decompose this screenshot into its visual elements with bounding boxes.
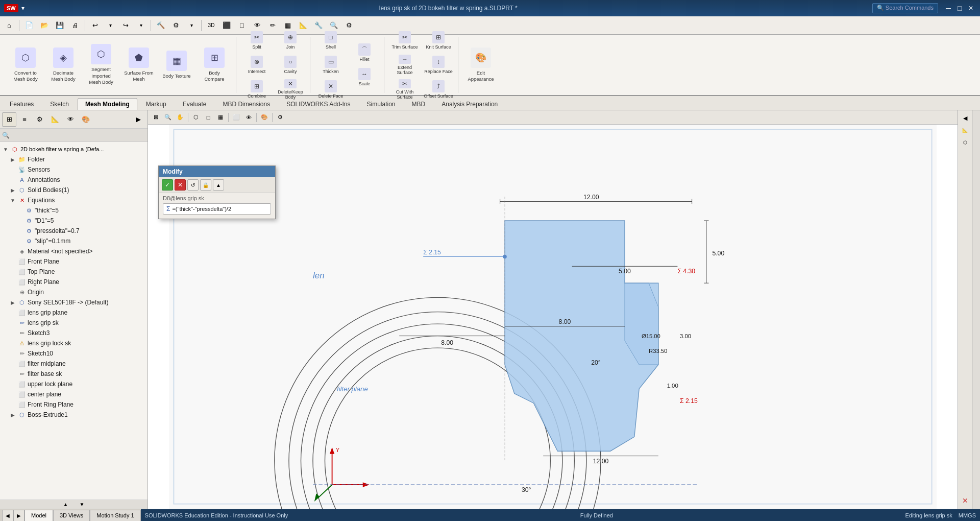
section-view-button[interactable]: ▦ bbox=[215, 112, 226, 123]
replace-face-button[interactable]: ↕ Replace Face bbox=[422, 53, 455, 77]
undo-arrow[interactable]: ▾ bbox=[103, 18, 117, 33]
section-button[interactable]: ⬛ bbox=[219, 18, 234, 33]
tree-top-plane-item[interactable]: ⬜ Top Plane bbox=[7, 267, 148, 277]
tab-markup[interactable]: Markup bbox=[138, 98, 174, 110]
tab-sketch[interactable]: Sketch bbox=[42, 98, 77, 110]
home-button[interactable]: ⌂ bbox=[2, 18, 16, 33]
surface-from-mesh-button[interactable]: ⬟ Surface From Mesh bbox=[120, 39, 157, 90]
search-box[interactable]: 🔍 Search Commands bbox=[872, 3, 938, 13]
tree-right-plane-item[interactable]: ⬜ Right Plane bbox=[7, 277, 148, 287]
tree-folder-item[interactable]: ▶ 📁 Folder bbox=[7, 154, 148, 164]
right-close-icon[interactable]: ✕ bbox=[962, 496, 968, 505]
config-mgr-button[interactable]: ⚙ bbox=[33, 112, 47, 127]
tree-solid-bodies-item[interactable]: ▶ ⬡ Solid Bodies(1) bbox=[7, 185, 148, 195]
open-button[interactable]: 📂 bbox=[37, 18, 52, 33]
dim-xpert-button[interactable]: 📐 bbox=[48, 112, 62, 127]
join-button[interactable]: ⊕ Join bbox=[274, 29, 307, 52]
tab-features[interactable]: Features bbox=[2, 98, 41, 110]
view3d-button[interactable]: 3D bbox=[204, 18, 218, 33]
tree-equations-item[interactable]: ▼ ✕ Equations bbox=[7, 195, 148, 205]
close-button[interactable]: ✕ bbox=[966, 3, 976, 13]
tree-eq-d1-item[interactable]: ⚙ "D1"=5 bbox=[14, 216, 148, 226]
tree-sketch10-item[interactable]: ✏ Sketch10 bbox=[7, 348, 148, 359]
options-arrow[interactable]: ▾ bbox=[184, 18, 199, 33]
body-compare-button[interactable]: ⊞ Body Compare bbox=[196, 39, 233, 90]
tree-eq-slip-item[interactable]: ⚙ "slip"=0.1mm bbox=[14, 236, 148, 246]
tree-material-item[interactable]: ◈ Material <not specified> bbox=[7, 246, 148, 256]
tree-front-plane-item[interactable]: ⬜ Front Plane bbox=[7, 256, 148, 267]
view-orient-button[interactable]: □ bbox=[203, 112, 214, 123]
minimize-button[interactable]: ─ bbox=[943, 3, 953, 13]
menu-arrow[interactable]: ▾ bbox=[21, 5, 24, 12]
tree-eq-thick-item[interactable]: ⚙ "thick"=5 bbox=[14, 205, 148, 216]
tree-lens-grip-plane-item[interactable]: ⬜ lens grip plane bbox=[7, 307, 148, 318]
new-button[interactable]: 📄 bbox=[22, 18, 36, 33]
display-style-button[interactable]: ⬜ bbox=[231, 112, 242, 123]
main-canvas[interactable]: ⊠ 🔍 ✋ ⬡ □ ▦ ⬜ 👁 🎨 ⚙ bbox=[148, 110, 958, 509]
shell-button[interactable]: □ Shell bbox=[314, 29, 347, 52]
undo-button[interactable]: ↩ bbox=[88, 18, 102, 33]
right-expand-button[interactable]: ◀ bbox=[960, 112, 971, 124]
options-button[interactable]: ⚙ bbox=[169, 18, 183, 33]
tab-evaluate[interactable]: Evaluate bbox=[175, 98, 214, 110]
right-orient-button[interactable]: ⬡ bbox=[960, 137, 971, 148]
zoom-fit-button[interactable]: ⊠ bbox=[150, 112, 161, 123]
tab-mesh-modeling[interactable]: Mesh Modeling bbox=[78, 98, 137, 110]
tab-simulation[interactable]: Simulation bbox=[359, 98, 403, 110]
hide-all-button[interactable]: 👁 bbox=[243, 112, 254, 123]
modify-lock-button[interactable]: 🔒 bbox=[200, 179, 211, 191]
feature-tree[interactable]: ▼ ⬡ 2D bokeh filter w spring a (Defa... … bbox=[0, 142, 148, 500]
pan-button[interactable]: ✋ bbox=[175, 112, 186, 123]
tree-sketch3-item[interactable]: ✏ Sketch3 bbox=[7, 328, 148, 338]
segment-mesh-button[interactable]: ⬡ Segment Imported Mesh Body bbox=[83, 39, 119, 90]
panel-up-button[interactable]: ▲ bbox=[59, 498, 73, 509]
thicken-button[interactable]: ▭ Thicken bbox=[314, 53, 347, 77]
tree-lens-grip-lock-item[interactable]: ⚠ lens grip lock sk bbox=[7, 338, 148, 348]
views-tab[interactable]: 3D Views bbox=[53, 510, 90, 521]
motion-study-tab[interactable]: Motion Study 1 bbox=[90, 510, 140, 521]
tree-lens-grip-sk-item[interactable]: ✏ lens grip sk bbox=[7, 318, 148, 328]
cavity-button[interactable]: ○ Cavity bbox=[274, 53, 307, 77]
tree-origin-item[interactable]: ⊕ Origin bbox=[7, 287, 148, 297]
tree-sony-item[interactable]: ▶ ⬡ Sony SEL50F18F -> (Default) bbox=[7, 297, 148, 307]
model-tab[interactable]: Model bbox=[24, 510, 53, 521]
convert-to-mesh-button[interactable]: ⬡ Convert to Mesh Body bbox=[7, 39, 44, 90]
modify-more-button[interactable]: ▲ bbox=[213, 179, 224, 191]
trim-surface-button[interactable]: ✂ Trim Surface bbox=[388, 29, 421, 52]
tree-boss-extrude1-item[interactable]: ▶ ⬡ Boss-Extrude1 bbox=[7, 410, 148, 420]
tree-root-item[interactable]: ▼ ⬡ 2D bokeh filter w spring a (Defa... bbox=[0, 144, 148, 154]
edit-appearance-button[interactable]: 🎨 EditAppearance bbox=[462, 39, 499, 90]
tab-analysis[interactable]: Analysis Preparation bbox=[434, 98, 505, 110]
decimate-mesh-button[interactable]: ◈ Decimate Mesh Body bbox=[45, 39, 82, 90]
display-mgr-button[interactable]: 👁 bbox=[63, 112, 78, 127]
extend-surface-button[interactable]: → Extend Surface bbox=[388, 53, 421, 77]
tab-mbd-dimensions[interactable]: MBD Dimensions bbox=[215, 98, 278, 110]
save-button[interactable]: 💾 bbox=[53, 18, 67, 33]
model-tab-next-button[interactable]: ▶ bbox=[13, 510, 24, 521]
body-texture-button[interactable]: ▦ Body Texture bbox=[158, 39, 195, 90]
tree-center-plane-item[interactable]: ⬜ center plane bbox=[7, 389, 148, 399]
modify-ok-button[interactable]: ✓ bbox=[162, 179, 173, 191]
zoom-in-button[interactable]: 🔍 bbox=[162, 112, 174, 123]
fillet-button[interactable]: ⌒ Fillet bbox=[348, 41, 381, 64]
panel-down-button[interactable]: ▼ bbox=[75, 498, 89, 509]
tree-annotations-item[interactable]: A Annotations bbox=[7, 175, 148, 185]
tree-sensors-item[interactable]: 📡 Sensors bbox=[7, 164, 148, 175]
tree-filter-base-sk-item[interactable]: ✏ filter base sk bbox=[7, 369, 148, 379]
modify-cancel-button[interactable]: ✕ bbox=[175, 179, 186, 191]
maximize-button[interactable]: □ bbox=[954, 3, 965, 13]
modify-input-field[interactable]: Σ =("thick"-"pressdelta")/2 bbox=[163, 203, 271, 215]
feature-mgr-button[interactable]: ⊞ bbox=[2, 112, 16, 127]
settings-sub-button[interactable]: ⚙ bbox=[275, 112, 286, 123]
right-views-button[interactable]: 📐 bbox=[960, 125, 971, 136]
intersect-button[interactable]: ⊗ Intersect bbox=[240, 53, 273, 77]
redo-arrow[interactable]: ▾ bbox=[134, 18, 148, 33]
tree-filter-midplane-item[interactable]: ⬜ filter midplane bbox=[7, 359, 148, 369]
panel-expand-button[interactable]: ▶ bbox=[131, 112, 145, 127]
rebuild-button[interactable]: 🔨 bbox=[154, 18, 168, 33]
model-tab-prev-button[interactable]: ◀ bbox=[2, 510, 13, 521]
tree-front-ring-plane-item[interactable]: ⬜ Front Ring Plane bbox=[7, 399, 148, 410]
split-button[interactable]: ✂ Split bbox=[240, 29, 273, 52]
view3d-sub-button[interactable]: ⬡ bbox=[190, 112, 202, 123]
knit-button[interactable]: ⊞ Knit Surface bbox=[422, 29, 455, 52]
